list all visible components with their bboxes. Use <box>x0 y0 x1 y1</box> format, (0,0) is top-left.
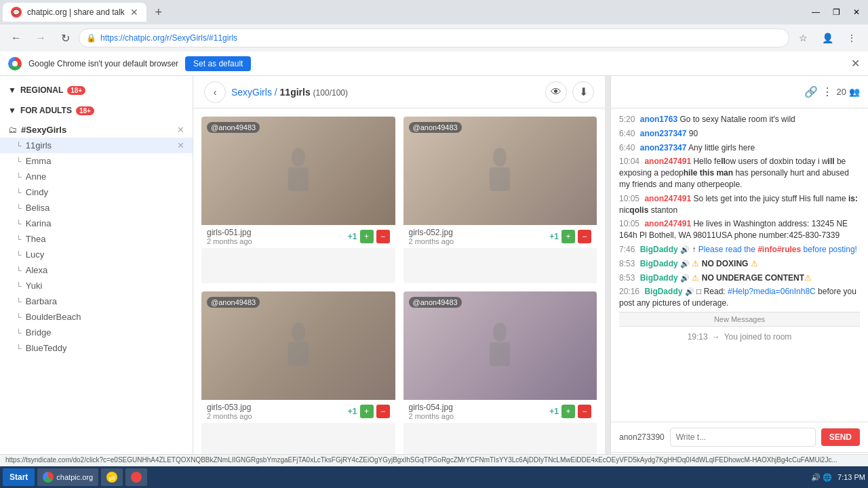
sidebar-item-label-thea: Thea <box>26 234 46 244</box>
img-attribution-054: @anon49483 <box>409 297 462 308</box>
svg-point-0 <box>292 148 305 167</box>
gallery-info-054: girls-054.jpg 2 months ago +1 + − <box>403 400 597 423</box>
regional-badge: 18+ <box>67 86 85 95</box>
msg-user-2[interactable]: anon247491 <box>644 157 691 166</box>
gallery-filename-053: girls-053.jpg <box>207 403 344 412</box>
eye-icon-button[interactable]: 👁 <box>545 81 567 103</box>
sidebar-item-Bridge[interactable]: └ Bridge <box>0 325 193 340</box>
sidebar-item-Alexa[interactable]: └ Alexa <box>0 262 193 278</box>
msg-user-5[interactable]: BigDaddy <box>640 245 678 254</box>
sidebar-item-Yuki[interactable]: └ Yuki <box>0 278 193 293</box>
user-account-icon[interactable]: 👤 <box>816 27 838 49</box>
taskbar-time: 7:13 PM <box>837 473 865 481</box>
sidebar-item-BoulderBeach[interactable]: └ BoulderBeach <box>0 309 193 325</box>
sidebar-item-label-emma: Emma <box>26 156 52 166</box>
chat-username-label: anon273390 <box>619 432 665 442</box>
join-time: 19:13 <box>688 332 708 342</box>
minimize-button[interactable]: — <box>807 3 825 21</box>
close-button[interactable]: ✕ <box>848 3 865 21</box>
back-button[interactable]: ← <box>5 27 27 49</box>
taskbar-item-chrome[interactable]: chatpic.org <box>37 468 98 486</box>
msg-user-1[interactable]: anon237347 <box>640 143 687 152</box>
chat-input-area: anon273390 SEND <box>611 422 868 452</box>
download-icon-button[interactable]: ⬇ <box>572 81 594 103</box>
sidebar-item-Cindy[interactable]: └ Cindy <box>0 184 193 200</box>
window-controls: — ❒ ✕ <box>807 3 865 21</box>
vote-plus-button-054[interactable]: + <box>561 405 575 418</box>
more-options-icon[interactable]: ⋮ <box>822 85 833 98</box>
sidebar-item-Emma[interactable]: └ Emma <box>0 153 193 169</box>
sidebar-item-Thea[interactable]: └ Thea <box>0 231 193 247</box>
bookmark-icon[interactable]: ☆ <box>792 27 814 49</box>
browser-chrome: 💬 chatpic.org | share and talk ✕ + — ❒ ✕… <box>0 0 868 76</box>
msg-speaker-8: 🔊 <box>685 287 694 296</box>
svg-point-6 <box>493 323 507 342</box>
msg-user-4[interactable]: anon247491 <box>644 219 691 228</box>
chat-message-prev: 5:20 anon1763 Go to sexy Natalie room it… <box>619 114 860 125</box>
start-button[interactable]: Start <box>3 468 35 486</box>
msg-user-7[interactable]: BigDaddy <box>640 273 678 283</box>
msg-user-6[interactable]: BigDaddy <box>640 259 678 268</box>
taskbar-item-explorer[interactable]: 📁 <box>101 468 123 486</box>
gallery-image-054[interactable]: @anon49483 <box>403 291 597 400</box>
svg-point-2 <box>493 148 507 167</box>
breadcrumb-separator: / <box>275 87 280 98</box>
vote-plus-button-052[interactable]: + <box>561 230 575 243</box>
sidebar-item-Anne[interactable]: └ Anne <box>0 169 193 184</box>
channel-close-icon[interactable]: ✕ <box>177 125 184 135</box>
vote-plus-button-051[interactable]: + <box>360 230 374 243</box>
join-arrow-icon: → <box>712 332 720 342</box>
for-adults-header[interactable]: ▼ FOR ADULTS 18+ <box>8 106 184 115</box>
svg-rect-1 <box>288 167 309 191</box>
gallery-title-text: 11girls <box>280 87 311 98</box>
refresh-button[interactable]: ↻ <box>54 27 76 49</box>
msg-user-3[interactable]: anon247491 <box>644 194 691 203</box>
notification-close-icon[interactable]: ✕ <box>851 57 860 70</box>
maximize-button[interactable]: ❒ <box>827 3 845 21</box>
gallery-image-052[interactable]: @anon49483 <box>403 117 597 225</box>
msg-user-prev[interactable]: anon1763 <box>640 115 677 124</box>
sidebar-item-Lucy[interactable]: └ Lucy <box>0 247 193 262</box>
taskbar-item-browser2[interactable] <box>125 468 147 486</box>
users-icon: 👥 <box>849 87 860 97</box>
sidebar-item-Belisa[interactable]: └ Belisa <box>0 200 193 216</box>
gallery-count: (100/100) <box>313 88 348 98</box>
vote-minus-button-051[interactable]: − <box>376 230 390 243</box>
tab-close-icon[interactable]: ✕ <box>130 7 138 18</box>
msg-user-0[interactable]: anon237347 <box>640 129 687 138</box>
active-tab[interactable]: 💬 chatpic.org | share and talk ✕ <box>3 3 146 22</box>
sidebar-item-Karina[interactable]: └ Karina <box>0 216 193 231</box>
channel-label[interactable]: #SexyGirls <box>21 125 66 135</box>
regional-header[interactable]: ▼ REGIONAL 18+ <box>8 85 184 95</box>
vote-minus-button-053[interactable]: − <box>376 405 390 418</box>
menu-icon[interactable]: ⋮ <box>841 27 863 49</box>
gallery-back-button[interactable]: ‹ <box>204 81 226 103</box>
chat-input-field[interactable] <box>670 428 816 447</box>
sidebar-item-BlueTeddy[interactable]: └ BlueTeddy <box>0 340 193 356</box>
vote-minus-button-052[interactable]: − <box>578 230 591 243</box>
gallery-image-051[interactable]: @anon49483 <box>201 117 395 225</box>
item-connector-icon-bridge: └ <box>16 329 22 337</box>
gallery-image-053[interactable]: @anon49483 <box>201 291 395 400</box>
sidebar-item-close-icon[interactable]: ✕ <box>177 140 184 150</box>
vote-plus-button-053[interactable]: + <box>360 405 374 418</box>
send-button[interactable]: SEND <box>821 428 860 446</box>
item-connector-icon-thea: └ <box>16 235 22 243</box>
chat-message-3: 10:05 anon247491 So lets get into the ju… <box>619 193 860 216</box>
set-default-button[interactable]: Set as default <box>185 56 251 71</box>
sidebar-item-label-boulderbeach: BoulderBeach <box>26 312 81 322</box>
msg-time-0: 6:40 <box>619 129 635 138</box>
sidebar-item-Barbara[interactable]: └ Barbara <box>0 293 193 309</box>
forward-button[interactable]: → <box>30 27 52 49</box>
vote-minus-button-054[interactable]: − <box>578 405 591 418</box>
msg-user-8[interactable]: BigDaddy <box>644 287 682 296</box>
sidebar-item-11girls[interactable]: └ 11girls ✕ <box>0 138 193 153</box>
link-icon[interactable]: 🔗 <box>804 85 818 98</box>
address-bar[interactable]: 🔒 https://chatpic.org/r/SexyGirls/#11gir… <box>79 28 789 47</box>
gallery-breadcrumb: SexyGirls / 11girls (100/100) <box>231 87 348 98</box>
new-tab-button[interactable]: + <box>149 3 168 22</box>
msg-text-5: ↑ Please read the #info#rules before pos… <box>692 245 857 254</box>
user-count-display: 20 👥 <box>837 87 860 97</box>
join-text: You joined to room <box>724 332 792 342</box>
breadcrumb-parent[interactable]: SexyGirls <box>231 87 272 98</box>
